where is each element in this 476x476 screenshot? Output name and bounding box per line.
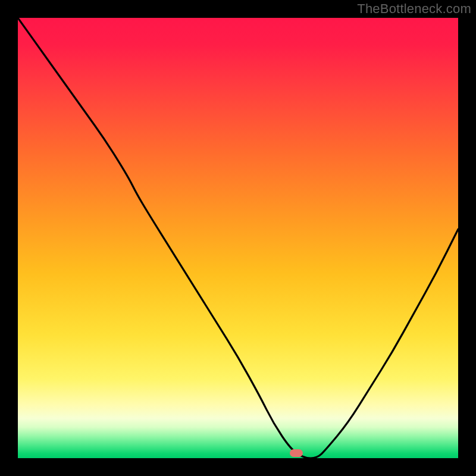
minimum-marker bbox=[290, 449, 303, 457]
watermark-text: TheBottleneck.com bbox=[357, 1, 471, 17]
chart-frame: TheBottleneck.com bbox=[0, 0, 476, 476]
bottleneck-curve bbox=[18, 18, 458, 458]
plot-area bbox=[18, 18, 458, 458]
